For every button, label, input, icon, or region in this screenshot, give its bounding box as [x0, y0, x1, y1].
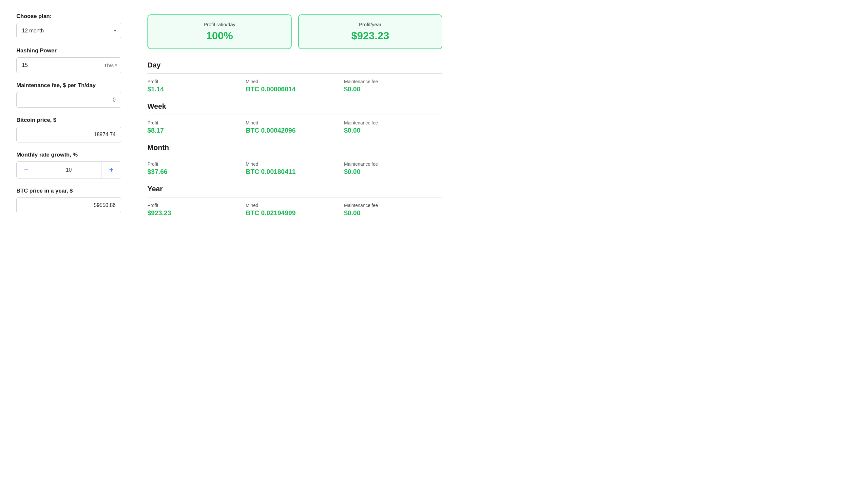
- period-title-day: Day: [147, 61, 442, 69]
- period-row-day: Profit $1.14 Mined BTC 0.00006014 Mainte…: [147, 79, 442, 93]
- monthly-rate-stepper: − +: [16, 161, 121, 179]
- monthly-rate-increment-button[interactable]: +: [102, 162, 121, 178]
- monthly-rate-decrement-button[interactable]: −: [17, 162, 36, 178]
- period-row-week: Profit $8.17 Mined BTC 0.00042096 Mainte…: [147, 120, 442, 134]
- plan-select[interactable]: 12 month 6 month 3 month 1 month: [17, 23, 121, 38]
- period-profit-day: Profit $1.14: [147, 79, 246, 93]
- period-mined-year: Mined BTC 0.02194999: [246, 203, 344, 217]
- summary-cards: Profit ratio/day 100% Profit/year $923.2…: [147, 14, 442, 49]
- periods-container: Day Profit $1.14 Mined BTC 0.00006014 Ma…: [147, 61, 442, 217]
- period-divider-day: [147, 73, 442, 74]
- period-section-day: Day Profit $1.14 Mined BTC 0.00006014 Ma…: [147, 61, 442, 93]
- btc-price-input-box: [16, 127, 121, 142]
- period-title-month: Month: [147, 143, 442, 152]
- period-profit-week: Profit $8.17: [147, 120, 246, 134]
- monthly-rate-field-group: Monthly rate growth, % − +: [16, 151, 121, 179]
- hashing-unit: Th/s ▾: [104, 58, 121, 73]
- period-mined-month: Mined BTC 0.00180411: [246, 161, 344, 176]
- period-section-year: Year Profit $923.23 Mined BTC 0.02194999…: [147, 185, 442, 217]
- hashing-input-box: Th/s ▾: [16, 57, 121, 73]
- plan-label: Choose plan:: [16, 13, 121, 20]
- maintenance-field-group: Maintenance fee, $ per Th/day: [16, 82, 121, 108]
- plan-select-wrapper: 12 month 6 month 3 month 1 month ▾: [16, 23, 121, 38]
- hashing-field-group: Hashing Power Th/s ▾: [16, 48, 121, 73]
- period-section-week: Week Profit $8.17 Mined BTC 0.00042096 M…: [147, 102, 442, 134]
- period-row-year: Profit $923.23 Mined BTC 0.02194999 Main…: [147, 203, 442, 217]
- period-title-year: Year: [147, 185, 442, 193]
- btc-price-input[interactable]: [17, 127, 121, 142]
- profit-day-card-value: 100%: [156, 30, 283, 42]
- period-fee-week: Maintenance fee $0.00: [344, 120, 442, 134]
- period-section-month: Month Profit $37.66 Mined BTC 0.00180411…: [147, 143, 442, 176]
- period-divider-month: [147, 156, 442, 156]
- monthly-rate-input[interactable]: [36, 162, 102, 178]
- profit-year-card-label: Profit/year: [307, 22, 434, 27]
- btc-year-input[interactable]: [17, 198, 121, 213]
- maintenance-input[interactable]: [17, 92, 121, 107]
- profit-day-card: Profit ratio/day 100%: [147, 14, 292, 49]
- period-row-month: Profit $37.66 Mined BTC 0.00180411 Maint…: [147, 161, 442, 176]
- monthly-rate-label: Monthly rate growth, %: [16, 151, 121, 158]
- period-mined-week: Mined BTC 0.00042096: [246, 120, 344, 134]
- hashing-unit-chevron: ▾: [115, 63, 117, 68]
- btc-year-field-group: BTC price in a year, $: [16, 188, 121, 213]
- right-panel: Profit ratio/day 100% Profit/year $923.2…: [147, 13, 442, 226]
- period-profit-year: Profit $923.23: [147, 203, 246, 217]
- profit-year-card: Profit/year $923.23: [298, 14, 442, 49]
- profit-year-card-value: $923.23: [307, 30, 434, 42]
- btc-price-field-group: Bitcoin price, $: [16, 117, 121, 142]
- hashing-label: Hashing Power: [16, 48, 121, 54]
- period-mined-day: Mined BTC 0.00006014: [246, 79, 344, 93]
- period-divider-year: [147, 197, 442, 197]
- period-divider-week: [147, 114, 442, 115]
- hashing-input[interactable]: [17, 58, 104, 73]
- period-title-week: Week: [147, 102, 442, 111]
- period-fee-month: Maintenance fee $0.00: [344, 161, 442, 176]
- period-fee-year: Maintenance fee $0.00: [344, 203, 442, 217]
- btc-price-label: Bitcoin price, $: [16, 117, 121, 124]
- period-profit-month: Profit $37.66: [147, 161, 246, 176]
- period-fee-day: Maintenance fee $0.00: [344, 79, 442, 93]
- plan-field-group: Choose plan: 12 month 6 month 3 month 1 …: [16, 13, 121, 38]
- maintenance-input-box: [16, 92, 121, 108]
- btc-year-input-box: [16, 197, 121, 213]
- maintenance-label: Maintenance fee, $ per Th/day: [16, 82, 121, 89]
- left-panel: Choose plan: 12 month 6 month 3 month 1 …: [16, 13, 121, 226]
- btc-year-label: BTC price in a year, $: [16, 188, 121, 194]
- profit-day-card-label: Profit ratio/day: [156, 22, 283, 27]
